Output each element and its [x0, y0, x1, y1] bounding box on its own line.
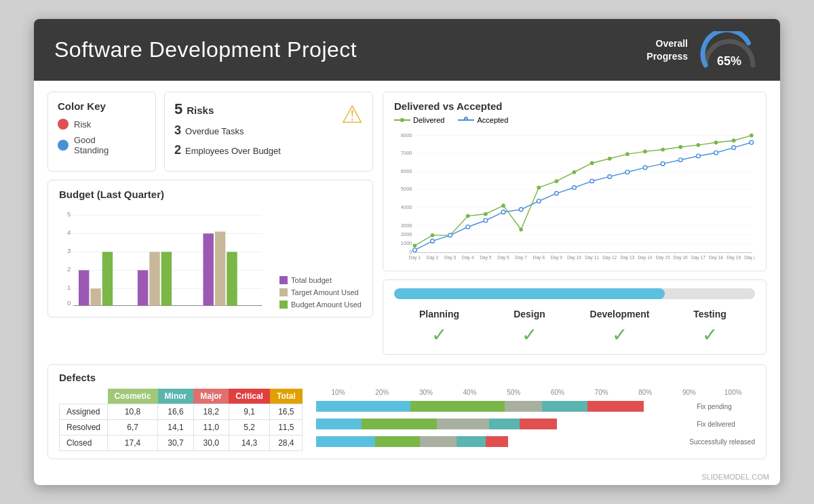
budget-chart-area: 5 4 3 2 1 0: [59, 207, 269, 309]
svg-rect-19: [215, 231, 225, 305]
a-dot-3: [448, 233, 452, 237]
footer-text: SLIDEMODEL.COM: [701, 473, 769, 481]
legend-total-box: [279, 276, 288, 284]
svg-rect-15: [138, 270, 148, 305]
svg-text:Day 17: Day 17: [691, 255, 705, 260]
budget-label: Employees Over Budget: [185, 146, 281, 156]
delivered-card: Delivered vs Accepted Delivered Accepted: [383, 92, 767, 271]
bar-pct-30: 30%: [404, 389, 448, 396]
overdue-row: 3 Overdue Tasks: [174, 123, 363, 138]
legend-budget-label: Budget Amount Used: [291, 301, 362, 309]
svg-text:Day 20: Day 20: [744, 255, 755, 260]
budget-inner: 5 4 3 2 1 0: [59, 207, 362, 309]
bar-seg-r4: [489, 419, 519, 429]
row-closed-cosmetic: 17,4: [108, 435, 158, 451]
bar-pct-100: 100%: [711, 389, 755, 396]
phases-card: Planning ✓ Design ✓ Development ✓ Testin…: [383, 279, 767, 355]
line-chart-svg: 8000 7000 6000 5000 4000 3000 2000 1000 …: [394, 127, 755, 263]
gauge-percent: 65%: [717, 54, 741, 69]
a-dot-4: [466, 225, 470, 229]
gauge: 65%: [699, 31, 760, 69]
th-total: Total: [270, 389, 303, 404]
risks-count: 5: [174, 100, 182, 118]
d-dot-12: [608, 157, 612, 161]
bar-row-closed: Successfully released: [316, 434, 755, 449]
defects-title: Defects: [59, 372, 755, 383]
row-assigned-cosmetic: 10,8: [108, 404, 158, 420]
bar-seg-r3: [437, 419, 490, 429]
svg-text:Day 12: Day 12: [602, 255, 617, 260]
svg-text:4: 4: [67, 229, 71, 236]
d-dot-4: [466, 214, 470, 218]
a-dot-1: [413, 248, 417, 252]
row-closed-minor: 30,7: [158, 435, 194, 451]
svg-text:3: 3: [67, 247, 71, 254]
d-dot-9: [555, 179, 559, 183]
a-dot-11: [590, 179, 594, 183]
svg-rect-16: [149, 252, 159, 305]
risks-card: ⚠ 5 Risks 3 Overdue Tasks 2 Employees Ov…: [164, 92, 373, 172]
a-dot-10: [573, 186, 577, 190]
phase-development-check: ✓: [575, 324, 665, 346]
legend-delivered-label: Delivered: [413, 116, 444, 124]
phase-planning: Planning ✓: [394, 309, 484, 346]
phase-design-name: Design: [484, 309, 575, 319]
header: Software Development Project OverallProg…: [34, 19, 780, 81]
svg-text:Day 15: Day 15: [656, 255, 670, 260]
bar-seg-2: [410, 401, 505, 412]
svg-text:0: 0: [409, 249, 412, 255]
phase-testing: Testing ✓: [665, 309, 755, 346]
table-row: Resolved 6,7 14,1 11,0 5,2 11,5: [60, 420, 303, 435]
a-dot-13: [625, 170, 629, 174]
budget-legend: Total budget Target Amount Used Budget A…: [279, 276, 362, 309]
row-assigned-total: 16,5: [270, 404, 303, 420]
legend-target-label: Target Amount Used: [291, 288, 359, 296]
d-dot-13: [625, 152, 629, 156]
svg-rect-18: [203, 233, 213, 305]
page-title: Software Development Project: [54, 37, 357, 62]
svg-rect-14: [102, 252, 113, 305]
phase-development-name: Development: [575, 309, 665, 319]
a-dot-5: [484, 218, 488, 222]
a-dot-2: [431, 239, 435, 244]
a-dot-12: [608, 175, 612, 179]
color-key-card: Color Key Risk GoodStanding: [47, 92, 156, 172]
bar-seg-4: [542, 401, 587, 412]
row-resolved-major: 11,0: [193, 420, 229, 435]
legend-delivered-line: [394, 119, 410, 121]
row-resolved-total: 11,5: [270, 420, 303, 435]
svg-text:2000: 2000: [401, 231, 412, 237]
row-closed-label: Closed: [60, 435, 108, 451]
d-dot-5: [484, 212, 488, 216]
th-major: Major: [193, 389, 229, 404]
color-key-good: GoodStanding: [58, 135, 146, 155]
table-row: Assigned 10,8 16,6 18,2 9,1 16,5: [60, 404, 303, 420]
legend-total-label: Total budget: [291, 276, 332, 284]
defects-card: Defects Cosmetic Minor Major Crit: [47, 364, 767, 459]
a-dot-20: [750, 140, 754, 144]
good-dot: [58, 140, 69, 151]
a-dot-14: [643, 166, 647, 170]
svg-text:Day 6: Day 6: [497, 255, 509, 260]
svg-text:8000: 8000: [401, 132, 412, 138]
phase-development: Development ✓: [575, 309, 665, 346]
legend-delivered: Delivered: [394, 116, 444, 124]
overall-progress: OverallProgress 65%: [646, 31, 760, 69]
bar-segments-assigned: [316, 401, 693, 412]
risk-dot: [58, 119, 69, 130]
bar-seg-r2: [362, 419, 437, 429]
row-closed-major: 30,0: [193, 435, 229, 451]
d-dot-16: [678, 145, 682, 149]
bar-pct-90: 90%: [667, 389, 712, 396]
svg-text:Day 10: Day 10: [567, 255, 581, 260]
bar-seg-c1: [316, 436, 375, 447]
bar-seg-c2: [375, 436, 419, 447]
d-dot-15: [661, 148, 665, 152]
svg-text:Day 13: Day 13: [620, 255, 634, 260]
bar-segments-closed: [316, 436, 685, 447]
legend-budget: Budget Amount Used: [279, 301, 362, 309]
row-resolved-minor: 14,1: [158, 420, 194, 435]
bar-label-resolved: Fix delivered: [697, 421, 755, 428]
a-dot-18: [714, 151, 718, 155]
d-dot-18: [714, 140, 718, 144]
